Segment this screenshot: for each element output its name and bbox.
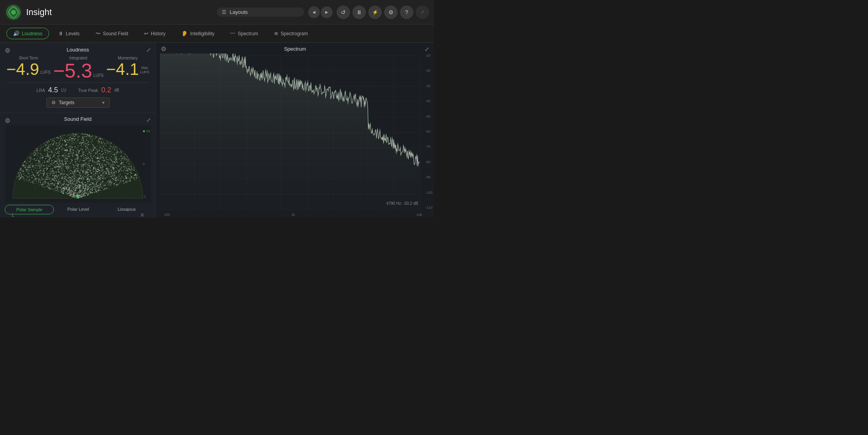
tab-spectrum-label: Spectrum xyxy=(238,31,258,36)
sf-lr: L R xyxy=(0,213,156,218)
spectrum-expand-icon[interactable]: ⤢ xyxy=(424,46,429,52)
y-label-minus80: -80 xyxy=(425,160,432,164)
tab-levels[interactable]: ⏸ Levels xyxy=(51,28,86,39)
layouts-bar[interactable]: ☰ Layouts xyxy=(217,8,304,17)
speaker-icon: 🔊 xyxy=(13,31,19,36)
levels-icon: ⏸ xyxy=(58,31,63,36)
history-icon: ↩ xyxy=(144,31,148,36)
sf-tab-polar-level-label: Polar Level xyxy=(67,207,89,212)
pause-button[interactable]: ⏸ xyxy=(352,6,366,19)
tab-loudness[interactable]: 🔊 Loudness xyxy=(6,28,49,39)
soundfield-canvas: ■ +1 0 -1 xyxy=(5,125,151,202)
y-label-minus20: -20 xyxy=(425,69,432,72)
tab-soundfield-label: Sound Field xyxy=(103,31,128,36)
lra-label: LRA xyxy=(36,88,45,93)
meter-button[interactable]: ⚡ xyxy=(368,6,382,19)
sf-scale-plus1: ■ +1 xyxy=(143,129,150,133)
tab-intelligibility-label: Intelligibility xyxy=(190,31,214,36)
loudness-bottom: LRA 4.5 LU True Peak 0.2 dB xyxy=(6,86,149,94)
integrated-unit: LUFS xyxy=(93,73,104,78)
tab-spectrogram-label: Spectrogram xyxy=(281,31,308,36)
y-label-minus30: -30 xyxy=(425,84,432,88)
soundfield-icon: 〜 xyxy=(95,30,101,37)
true-peak-label: True Peak xyxy=(78,88,98,93)
integrated-value: −5.3 xyxy=(53,61,92,81)
momentary-value: −4.1 xyxy=(106,61,139,78)
next-layout-button[interactable]: ▶ xyxy=(321,6,333,18)
y-label-minus70: -70 xyxy=(425,145,432,149)
ear-icon: 👂 xyxy=(181,31,188,36)
soundfield-title: Sound Field xyxy=(64,116,91,122)
tab-levels-label: Levels xyxy=(66,31,80,36)
header-icons: ↺ ⏸ ⚡ ⚙ ? ⤢ xyxy=(337,6,429,19)
lra-group: LRA 4.5 LU xyxy=(36,86,66,94)
sf-scale: ■ +1 0 -1 xyxy=(143,125,150,202)
app-title: Insight xyxy=(26,7,52,17)
tab-soundfield[interactable]: 〜 Sound Field xyxy=(89,27,135,40)
sf-tab-polar-sample-label: Polar Sample xyxy=(16,207,42,212)
sf-scale-0: 0 xyxy=(143,162,150,166)
reset-button[interactable]: ↺ xyxy=(337,6,350,19)
spectrum-header: ⚙ Spectrum ⤢ xyxy=(156,46,434,52)
short-term-meter: Short Term −4.9 LUFS xyxy=(6,56,50,78)
spectrum-cursor-label: 4790 Hz: -50.2 dB xyxy=(386,201,418,206)
tab-history[interactable]: ↩ History xyxy=(137,28,172,39)
soundfield-section: ⚙ Sound Field ⤢ ■ +1 0 -1 L R Polar Samp… xyxy=(0,113,156,218)
sf-scale-minus1: -1 xyxy=(143,195,150,198)
soundfield-expand-icon[interactable]: ⤢ xyxy=(146,117,151,123)
targets-select[interactable]: ⚙ Targets ▾ xyxy=(46,97,110,108)
loudness-gear-icon[interactable]: ⚙ xyxy=(5,47,10,54)
tab-history-label: History xyxy=(151,31,166,36)
lra-unit: LU xyxy=(61,88,67,92)
resize-button[interactable]: ⤢ xyxy=(416,6,429,19)
tab-spectrogram[interactable]: ≋ Spectrogram xyxy=(267,28,315,39)
loudness-meters: Short Term −4.9 LUFS Integrated −5.3 LUF… xyxy=(6,56,149,81)
loudness-expand-icon[interactable]: ⤢ xyxy=(146,47,151,53)
y-label-minus100: -100 xyxy=(425,191,432,195)
spectrum-gear-icon[interactable]: ⚙ xyxy=(161,45,166,53)
svg-point-1 xyxy=(11,10,16,15)
true-peak-unit: dB xyxy=(114,88,119,92)
layouts-label: Layouts xyxy=(230,9,248,15)
nav-arrows: ◀ ▶ xyxy=(308,6,333,18)
x-label-100: 100 xyxy=(164,213,170,217)
short-term-unit: LUFS xyxy=(40,70,51,74)
loudness-divider xyxy=(6,82,149,83)
spectrum-y-labels: -10 -20 -30 -40 -50 -60 -70 -80 -90 -100… xyxy=(425,53,432,210)
targets-icon: ⚙ xyxy=(51,100,56,105)
true-peak-group: True Peak 0.2 dB xyxy=(78,86,119,94)
spectrogram-icon: ≋ xyxy=(274,31,278,36)
prev-layout-button[interactable]: ◀ xyxy=(308,6,320,18)
settings-button[interactable]: ⚙ xyxy=(384,6,398,19)
left-panel: ⚙ Loudness ⤢ Short Term −4.9 LUFS Integr… xyxy=(0,43,156,218)
lra-value: 4.5 xyxy=(48,86,58,94)
sf-label-l: L xyxy=(12,213,14,218)
targets-dropdown: ⚙ Targets ▾ xyxy=(6,97,149,108)
y-label-minus110: -110 xyxy=(425,206,432,210)
true-peak-value: 0.2 xyxy=(101,86,111,94)
app-logo xyxy=(5,4,22,21)
right-panel: ⚙ Spectrum ⤢ -10 -20 -30 -40 -50 -60 -70… xyxy=(156,43,434,218)
x-label-1k: 1k xyxy=(291,213,295,217)
momentary-max-label: MaxLUFS xyxy=(140,66,149,74)
short-term-value: −4.9 xyxy=(6,61,39,78)
y-label-minus10: -10 xyxy=(425,53,432,57)
sf-label-r: R xyxy=(141,213,144,218)
dropdown-arrow-icon: ▾ xyxy=(102,100,105,105)
tab-bar: 🔊 Loudness ⏸ Levels 〜 Sound Field ↩ Hist… xyxy=(0,25,434,43)
spectrum-title: Spectrum xyxy=(284,46,306,52)
integrated-meter: Integrated −5.3 LUFS xyxy=(53,56,103,81)
y-label-minus50: -50 xyxy=(425,114,432,118)
header: Insight ☰ Layouts ◀ ▶ ↺ ⏸ ⚡ ⚙ ? ⤢ xyxy=(0,0,434,25)
soundfield-gear-icon[interactable]: ⚙ xyxy=(5,117,10,124)
x-label-10k: 10k xyxy=(416,213,422,217)
spectrum-chart[interactable]: -10 -20 -30 -40 -50 -60 -70 -80 -90 -100… xyxy=(156,53,434,218)
tab-spectrum[interactable]: 〰 Spectrum xyxy=(223,28,265,39)
spectrum-x-labels: 100 1k 10k xyxy=(164,213,422,217)
tab-loudness-label: Loudness xyxy=(22,31,42,36)
tab-intelligibility[interactable]: 👂 Intelligibility xyxy=(175,28,221,39)
help-button[interactable]: ? xyxy=(400,6,413,19)
y-label-minus40: -40 xyxy=(425,99,432,103)
menu-icon: ☰ xyxy=(222,9,227,15)
spectrum-wave-icon: 〰 xyxy=(230,31,235,36)
